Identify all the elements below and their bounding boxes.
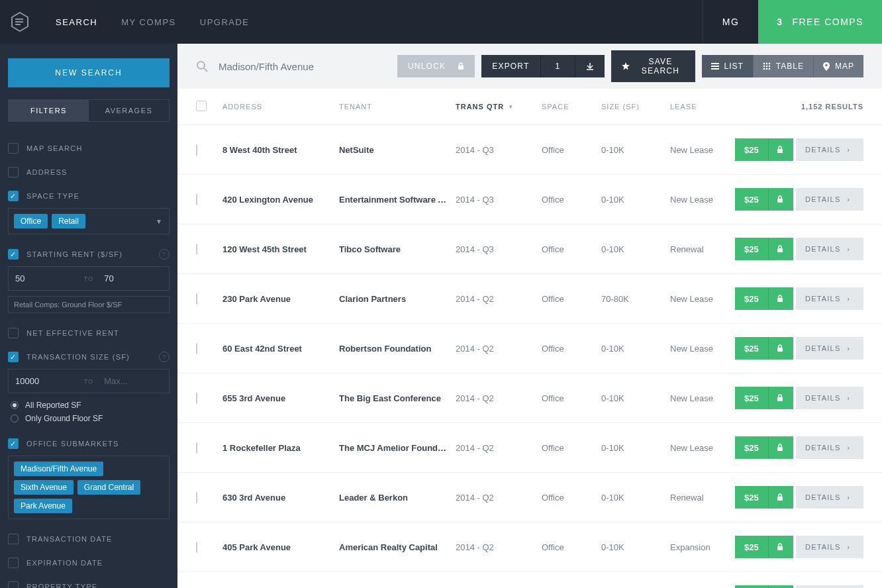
- filter-space-type[interactable]: SPACE TYPE: [8, 184, 170, 208]
- price-unlock-button[interactable]: $25: [735, 387, 793, 409]
- filter-transaction-date[interactable]: TRANSACTION DATE: [8, 527, 170, 551]
- svg-rect-16: [777, 149, 783, 153]
- radio-all-sf[interactable]: All Reported SF: [8, 399, 170, 412]
- chip-office[interactable]: Office: [14, 214, 48, 228]
- chip-submarket[interactable]: Madison/Fifth Avenue: [14, 462, 103, 476]
- lock-icon: [768, 585, 791, 588]
- details-button[interactable]: DETAILS›: [796, 387, 863, 409]
- search-input[interactable]: [219, 61, 391, 72]
- save-search-button[interactable]: SAVE SEARCH: [611, 50, 695, 82]
- user-menu[interactable]: MG: [703, 0, 758, 44]
- row-checkbox[interactable]: [196, 144, 197, 156]
- price-unlock-button[interactable]: $25: [735, 138, 793, 161]
- header-tenant[interactable]: TENANT: [339, 103, 456, 111]
- select-all-checkbox[interactable]: [196, 101, 207, 111]
- submarkets-select[interactable]: Madison/Fifth Avenue Sixth Avenue Grand …: [8, 456, 170, 519]
- price-unlock-button[interactable]: $25: [735, 287, 793, 310]
- filter-office-submarkets[interactable]: OFFICE SUBMARKETS: [8, 432, 170, 456]
- row-checkbox[interactable]: [196, 244, 197, 255]
- cell-space: Office: [542, 244, 601, 254]
- price-unlock-button[interactable]: $25: [735, 337, 793, 360]
- filter-net-effective-rent[interactable]: NET EFFECTIVE RENT: [8, 321, 170, 345]
- row-checkbox[interactable]: [196, 393, 197, 404]
- checkbox-icon[interactable]: [8, 558, 19, 568]
- details-button[interactable]: DETAILS›: [796, 238, 863, 260]
- rent-min-input[interactable]: [9, 267, 80, 290]
- checkbox-icon[interactable]: [8, 581, 19, 588]
- checkbox-icon[interactable]: [8, 249, 19, 260]
- checkbox-icon[interactable]: [8, 438, 19, 449]
- cell-qtr: 2014 - Q3: [456, 244, 542, 254]
- header-address[interactable]: ADDRESS: [222, 103, 339, 111]
- help-icon[interactable]: ?: [159, 352, 170, 362]
- header-lease[interactable]: LEASE: [670, 103, 735, 111]
- radio-icon[interactable]: [11, 415, 19, 422]
- details-button[interactable]: DETAILS›: [796, 436, 863, 459]
- filter-transaction-size[interactable]: TRANSACTION SIZE (SF) ?: [8, 345, 170, 369]
- nav-search[interactable]: SEARCH: [56, 17, 97, 27]
- size-max-input[interactable]: [97, 369, 169, 393]
- export-count-button[interactable]: 1: [541, 55, 576, 77]
- radio-icon[interactable]: [11, 401, 19, 409]
- details-button[interactable]: DETAILS›: [796, 486, 863, 509]
- header-space[interactable]: SPACE: [542, 103, 601, 111]
- filter-address[interactable]: ADDRESS: [8, 160, 170, 184]
- help-icon[interactable]: ?: [159, 249, 170, 260]
- price-unlock-button[interactable]: $25: [735, 188, 793, 211]
- radio-ground-sf[interactable]: Only Ground Floor SF: [8, 412, 170, 425]
- table-row: 420 Lexington AvenueEntertainment Softwa…: [177, 175, 882, 224]
- price-unlock-button[interactable]: $25: [735, 536, 793, 558]
- free-comps-button[interactable]: 3 FREE COMPS: [758, 0, 882, 44]
- header-trans-qtr[interactable]: TRANS QTR ▼: [456, 103, 542, 111]
- nav-upgrade[interactable]: UPGRADE: [200, 17, 250, 27]
- view-list[interactable]: LIST: [702, 55, 754, 77]
- tab-filters[interactable]: FILTERS: [9, 100, 89, 121]
- view-table[interactable]: TABLE: [754, 55, 814, 77]
- checkbox-icon[interactable]: [8, 328, 19, 338]
- export-download-button[interactable]: [575, 55, 605, 77]
- header-size[interactable]: SIZE (SF): [601, 103, 670, 111]
- checkbox-icon[interactable]: [8, 191, 19, 201]
- details-button[interactable]: DETAILS›: [796, 188, 863, 211]
- unlock-button[interactable]: UNLOCK: [397, 55, 475, 77]
- chip-submarket[interactable]: Grand Central: [77, 480, 140, 495]
- tab-averages[interactable]: AVERAGES: [89, 100, 169, 121]
- view-map[interactable]: MAP: [814, 55, 863, 77]
- cell-address: 1 Rockefeller Plaza: [222, 443, 339, 453]
- chip-submarket[interactable]: Park Avenue: [14, 499, 72, 513]
- checkbox-icon[interactable]: [8, 143, 19, 154]
- rent-max-input[interactable]: [97, 267, 169, 290]
- size-min-input[interactable]: [9, 369, 80, 393]
- details-button[interactable]: DETAILS›: [796, 337, 863, 360]
- price-unlock-button[interactable]: $25: [735, 585, 793, 588]
- new-search-button[interactable]: NEW SEARCH: [8, 58, 170, 87]
- price-unlock-button[interactable]: $25: [735, 238, 793, 260]
- checkbox-icon[interactable]: [8, 352, 19, 362]
- row-checkbox[interactable]: [196, 442, 197, 454]
- chevron-right-icon: ›: [847, 146, 850, 154]
- checkbox-icon[interactable]: [8, 167, 19, 177]
- space-type-select[interactable]: Office Retail ▼: [8, 208, 170, 234]
- price-unlock-button[interactable]: $25: [735, 436, 793, 459]
- nav-mycomps[interactable]: MY COMPS: [121, 17, 176, 27]
- details-button[interactable]: DETAILS›: [796, 536, 863, 558]
- row-checkbox[interactable]: [196, 293, 197, 305]
- chip-submarket[interactable]: Sixth Avenue: [14, 480, 74, 495]
- details-button[interactable]: DETAILS›: [796, 585, 863, 588]
- export-button[interactable]: EXPORT: [481, 55, 540, 77]
- filter-starting-rent[interactable]: STARTING RENT ($/SF) ?: [8, 242, 170, 266]
- filter-property-type[interactable]: PROPERTY TYPE: [8, 575, 170, 588]
- filter-expiration-date[interactable]: EXPIRATION DATE: [8, 551, 170, 575]
- row-checkbox[interactable]: [196, 194, 197, 205]
- price-unlock-button[interactable]: $25: [735, 486, 793, 509]
- chip-retail[interactable]: Retail: [52, 214, 85, 228]
- details-button[interactable]: DETAILS›: [796, 138, 863, 161]
- checkbox-icon[interactable]: [8, 534, 19, 544]
- row-checkbox[interactable]: [196, 343, 197, 354]
- toolbar: UNLOCK EXPORT 1 SAVE SEARCH: [177, 44, 882, 89]
- row-checkbox[interactable]: [196, 542, 197, 553]
- row-checkbox[interactable]: [196, 492, 197, 503]
- filter-map-search[interactable]: MAP SEARCH: [8, 136, 170, 160]
- svg-rect-21: [777, 397, 783, 401]
- details-button[interactable]: DETAILS›: [796, 287, 863, 310]
